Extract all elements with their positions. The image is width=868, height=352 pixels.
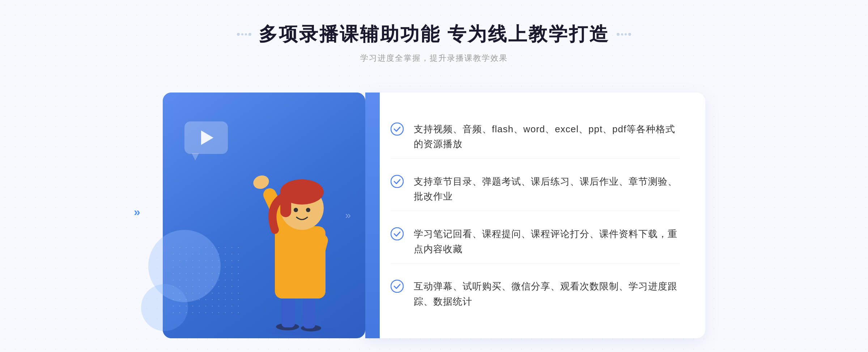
dot-7	[625, 33, 627, 35]
left-decorative-dots	[237, 33, 251, 36]
feature-item-4: 互动弹幕、试听购买、微信分享、观看次数限制、学习进度跟踪、数据统计	[391, 272, 680, 315]
check-icon-2	[391, 175, 404, 188]
svg-point-8	[251, 173, 271, 191]
blue-separator-bar	[365, 93, 380, 338]
subtitle: 学习进度全掌握，提升录播课教学效果	[237, 53, 631, 64]
svg-point-16	[391, 228, 403, 240]
dot-5	[617, 33, 620, 36]
person-illustration	[239, 129, 365, 338]
content-area: »	[163, 85, 705, 338]
feature-text-2: 支持章节目录、弹题考试、课后练习、课后作业、章节测验、批改作业	[414, 174, 680, 204]
feature-item-2: 支持章节目录、弹题考试、课后练习、课后作业、章节测验、批改作业	[391, 168, 680, 211]
svg-point-14	[391, 123, 403, 135]
blue-circle-large	[148, 230, 221, 302]
right-panel: 支持视频、音频、flash、word、excel、ppt、pdf等各种格式的资源…	[365, 93, 705, 338]
play-bubble	[184, 121, 228, 154]
dot-3	[245, 33, 247, 35]
dot-6	[621, 33, 623, 35]
header-section: 多项录播课辅助功能 专为线上教学打造 学习进度全掌握，提升录播课教学效果	[237, 22, 631, 64]
svg-point-12	[294, 208, 298, 212]
dot-8	[628, 33, 631, 36]
right-decorative-dots	[617, 33, 631, 36]
svg-point-15	[391, 175, 403, 188]
title-row: 多项录播课辅助功能 专为线上教学打造	[237, 22, 631, 47]
svg-point-17	[391, 280, 403, 292]
play-icon	[201, 130, 213, 145]
page-container: 多项录播课辅助功能 专为线上教学打造 学习进度全掌握，提升录播课教学效果 »	[0, 0, 868, 338]
illustration-card: »	[163, 93, 365, 338]
check-icon-4	[391, 280, 404, 293]
feature-item-1: 支持视频、音频、flash、word、excel、ppt、pdf等各种格式的资源…	[391, 115, 680, 159]
dot-4	[248, 33, 251, 36]
main-title: 多项录播课辅助功能 专为线上教学打造	[259, 22, 609, 47]
feature-text-3: 学习笔记回看、课程提问、课程评论打分、课件资料下载，重点内容收藏	[414, 227, 680, 257]
feature-item-3: 学习笔记回看、课程提问、课程评论打分、课件资料下载，重点内容收藏	[391, 220, 680, 263]
left-chevron-icon: »	[134, 205, 140, 219]
dot-2	[241, 33, 243, 35]
feature-text-4: 互动弹幕、试听购买、微信分享、观看次数限制、学习进度跟踪、数据统计	[414, 279, 680, 309]
feature-text-1: 支持视频、音频、flash、word、excel、ppt、pdf等各种格式的资源…	[414, 122, 680, 152]
check-icon-1	[391, 123, 404, 136]
person-svg	[239, 129, 365, 338]
dot-1	[237, 33, 240, 36]
svg-point-13	[306, 208, 310, 212]
check-icon-3	[391, 227, 404, 240]
